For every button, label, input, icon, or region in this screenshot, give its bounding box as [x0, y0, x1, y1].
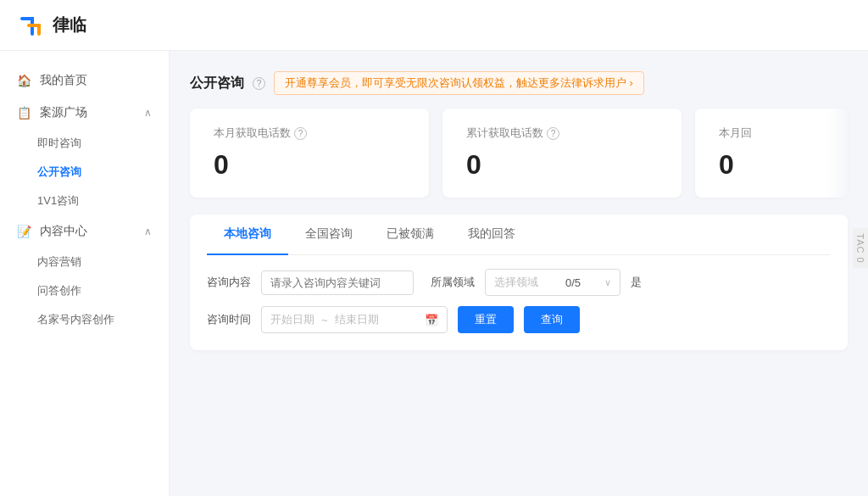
stat-card-total-phone: 累计获取电话数 ? 0: [442, 109, 682, 198]
domain-filter-label: 所属领域: [424, 275, 475, 290]
content-area: 公开咨询 ? 开通尊享会员，即可享受无限次咨询认领权益，触达更多法律诉求用户 ›…: [170, 51, 868, 496]
expert-content-label: 名家号内容创作: [37, 313, 114, 326]
domain-count: 0/5: [565, 276, 581, 289]
calendar-icon: 📅: [425, 314, 438, 326]
page-title: 公开咨询: [190, 75, 244, 92]
time-filter-label: 咨询时间: [207, 312, 251, 327]
content-filter-label: 咨询内容: [207, 275, 251, 290]
promo-banner[interactable]: 开通尊享会员，即可享受无限次咨询认领权益，触达更多法律诉求用户 ›: [274, 71, 644, 95]
date-start-placeholder: 开始日期: [270, 312, 314, 327]
promo-text: 开通尊享会员，即可享受无限次咨询认领权益，触达更多法律诉求用户 ›: [285, 75, 633, 91]
instant-consult-label: 即时咨询: [37, 137, 81, 149]
filter-row-1: 咨询内容 所属领域 选择领域 0/5 ∨ 是: [207, 269, 831, 296]
page-title-info-icon[interactable]: ?: [253, 77, 265, 90]
sidebar-item-public-consult[interactable]: 公开咨询: [0, 158, 169, 187]
sidebar: 🏠 我的首页 📋 案源广场 ∧ 即时咨询 公开咨询 1V1咨询 📝 内容中心 ∧…: [0, 51, 170, 496]
home-icon: 🏠: [17, 74, 31, 87]
tabs-row: 本地咨询 全国咨询 已被领满 我的回答: [207, 215, 831, 255]
qa-creation-label: 问答创作: [37, 284, 81, 297]
sidebar-item-home-label: 我的首页: [40, 73, 87, 88]
app-header: 律临: [0, 0, 868, 51]
stat-label-monthly-phone: 本月获取电话数 ?: [214, 125, 405, 141]
content-marketing-label: 内容营销: [37, 255, 81, 268]
tilde-separator: ~: [321, 314, 328, 326]
chevron-down-icon: ∨: [604, 277, 611, 288]
logo-icon: [20, 14, 47, 37]
content-center-icon: 📝: [17, 225, 31, 238]
filter-row-2: 咨询时间 开始日期 ~ 结束日期 📅 重置 查询: [207, 306, 831, 333]
stat-value-monthly-phone: 0: [214, 149, 405, 181]
sidebar-item-case-market[interactable]: 📋 案源广场 ∧: [0, 97, 169, 129]
stat-label-partial: 本月回: [719, 125, 824, 141]
filters-section: 咨询内容 所属领域 选择领域 0/5 ∨ 是 咨询时间 开始日期 ~: [207, 255, 831, 350]
stat-card-partial: 本月回 0: [695, 109, 848, 198]
main-layout: 🏠 我的首页 📋 案源广场 ∧ 即时咨询 公开咨询 1V1咨询 📝 内容中心 ∧…: [0, 51, 868, 496]
domain-filter-select[interactable]: 选择领域 0/5 ∨: [485, 269, 620, 296]
tab-claimed-full[interactable]: 已被领满: [370, 215, 451, 255]
1v1-consult-label: 1V1咨询: [37, 194, 79, 207]
case-icon: 📋: [17, 106, 31, 120]
chevron-up-icon: ∧: [144, 107, 152, 119]
tab-local-consult[interactable]: 本地咨询: [207, 215, 288, 255]
chevron-up-icon-2: ∧: [144, 226, 152, 237]
stat-label-total-phone: 累计获取电话数 ?: [466, 125, 658, 141]
stat-card-monthly-phone: 本月获取电话数 ? 0: [190, 109, 429, 198]
date-range-input[interactable]: 开始日期 ~ 结束日期 📅: [261, 306, 448, 333]
logo-text: 律临: [53, 14, 86, 36]
extra-filter-label: 是: [631, 275, 642, 290]
date-end-placeholder: 结束日期: [335, 312, 379, 327]
reset-button[interactable]: 重置: [458, 306, 514, 333]
public-consult-label: 公开咨询: [37, 165, 81, 178]
stats-row: 本月获取电话数 ? 0 累计获取电话数 ? 0 本月回 0: [190, 109, 848, 198]
stat-info-icon-monthly[interactable]: ?: [294, 127, 307, 140]
sidebar-item-content-center-label: 内容中心: [40, 224, 87, 239]
stat-info-icon-total[interactable]: ?: [547, 127, 559, 140]
content-filter-input[interactable]: [261, 270, 414, 295]
query-button[interactable]: 查询: [524, 306, 580, 333]
sidebar-item-instant-consult[interactable]: 即时咨询: [0, 129, 169, 158]
stat-value-total-phone: 0: [466, 149, 658, 181]
sidebar-item-expert-content[interactable]: 名家号内容创作: [0, 305, 169, 334]
page-header: 公开咨询 ? 开通尊享会员，即可享受无限次咨询认领权益，触达更多法律诉求用户 ›: [190, 71, 848, 95]
tab-national-consult[interactable]: 全国咨询: [288, 215, 370, 255]
sidebar-item-content-marketing[interactable]: 内容营销: [0, 248, 169, 276]
tac-label: TAC 0: [853, 228, 868, 268]
sidebar-item-qa-creation[interactable]: 问答创作: [0, 276, 169, 305]
sidebar-item-home[interactable]: 🏠 我的首页: [0, 64, 169, 97]
sidebar-item-1v1-consult[interactable]: 1V1咨询: [0, 187, 169, 215]
domain-placeholder: 选择领域: [494, 275, 538, 290]
sidebar-item-content-center[interactable]: 📝 内容中心 ∧: [0, 215, 169, 248]
logo: 律临: [20, 14, 86, 37]
stat-value-partial: 0: [719, 149, 824, 181]
sidebar-item-case-market-label: 案源广场: [40, 105, 87, 120]
tabs-section: 本地咨询 全国咨询 已被领满 我的回答 咨询内容 所属领域: [190, 215, 848, 350]
tab-my-answers[interactable]: 我的回答: [451, 215, 532, 255]
